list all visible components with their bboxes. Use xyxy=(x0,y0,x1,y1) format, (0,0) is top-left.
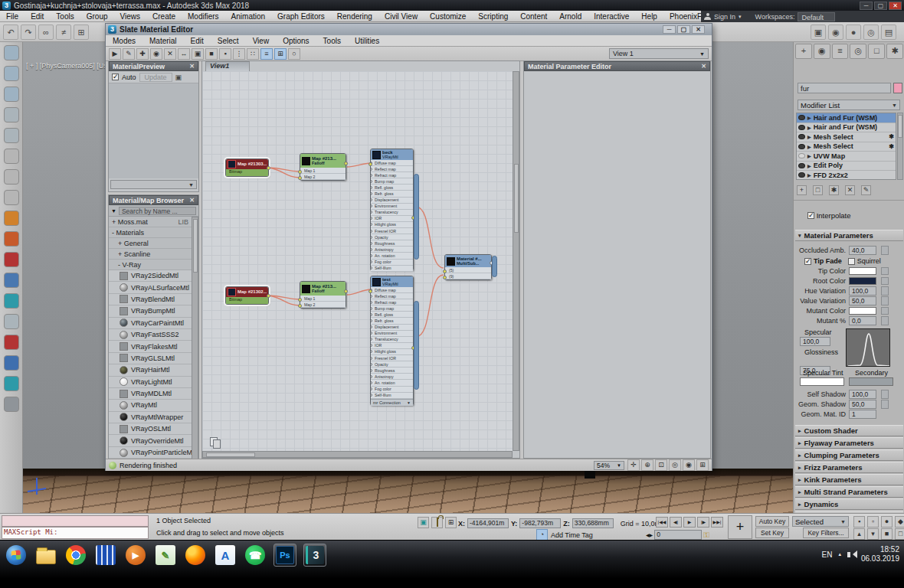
output-socket[interactable] xyxy=(267,166,270,170)
toolbar-icon[interactable]: ↷ xyxy=(21,24,36,40)
menu-item[interactable]: Scripting xyxy=(472,12,514,21)
slate-minimize-button[interactable]: ─ xyxy=(663,25,676,34)
slate-toolbar-icon[interactable]: ▶ xyxy=(109,48,121,60)
input-socket[interactable] xyxy=(371,254,372,257)
toolbar-icon[interactable]: ↶ xyxy=(3,24,18,40)
input-socket[interactable] xyxy=(371,248,372,251)
playback-button[interactable]: ▶ xyxy=(683,517,696,528)
stack-scrollbar[interactable] xyxy=(897,113,903,180)
menu-item[interactable]: Group xyxy=(80,12,114,21)
self-shadow-map-button[interactable] xyxy=(881,390,889,399)
command-tab[interactable]: □ xyxy=(868,44,885,59)
input-socket[interactable] xyxy=(298,176,302,180)
occluded-amb-field[interactable]: 40,0 xyxy=(849,246,876,255)
input-socket[interactable] xyxy=(371,363,372,366)
falloff-node-1[interactable]: Map #213... Falloff Map 1 Map 2 xyxy=(300,153,346,181)
material-list-item[interactable]: VRayMtl xyxy=(109,400,192,411)
z-coordinate-field[interactable]: 330,688mm xyxy=(572,518,614,528)
command-tab[interactable]: + xyxy=(795,44,812,59)
mutant-pct-field[interactable]: 0,0 xyxy=(849,316,876,325)
menu-item[interactable]: Animation xyxy=(225,12,271,21)
menu-item[interactable]: Graph Editors xyxy=(271,12,331,21)
left-toolbar-icon[interactable] xyxy=(4,273,19,288)
material-list-item[interactable]: VRayOSLMtl xyxy=(109,423,192,435)
occluded-map-button[interactable] xyxy=(881,246,889,255)
slate-nav-icon[interactable]: ⊕ xyxy=(641,459,653,471)
slate-maximize-button[interactable]: ▢ xyxy=(677,25,690,34)
toolbar-icon[interactable]: ⊞ xyxy=(74,24,89,40)
bitmap-node-2[interactable]: Map #21302... Bitmap xyxy=(225,286,269,305)
layout-pages-icon[interactable] xyxy=(213,439,221,449)
x-coordinate-field[interactable]: -4164,901m xyxy=(467,518,509,528)
menu-item[interactable]: Modifiers xyxy=(182,12,225,21)
node-view-vscroll[interactable] xyxy=(513,71,519,451)
y-coordinate-field[interactable]: -982,793m xyxy=(519,518,561,528)
sign-in[interactable]: Sign In xyxy=(714,13,735,21)
language-indicator[interactable]: EN xyxy=(822,550,833,559)
visibility-eye-icon[interactable] xyxy=(798,125,805,130)
input-socket[interactable] xyxy=(371,242,372,245)
command-tab[interactable]: ◎ xyxy=(850,44,866,59)
key-filter-dropdown[interactable]: Selected▼ xyxy=(792,516,849,527)
node-view-hscroll[interactable] xyxy=(202,451,513,458)
vraymtl-node-2[interactable]: test VRayMtl Diffuse map xyxy=(370,276,414,406)
slate-menu-item[interactable]: View xyxy=(246,37,277,45)
secondary-swatch[interactable] xyxy=(849,377,893,386)
left-toolbar-icon[interactable] xyxy=(4,107,19,122)
key-mode-icon[interactable]: ⚿ xyxy=(703,531,709,540)
visibility-eye-icon[interactable] xyxy=(798,163,805,168)
modifier-stack-row[interactable]: ▶ Mesh Select ✱ xyxy=(797,142,896,152)
left-toolbar-icon[interactable] xyxy=(4,66,19,81)
browser-group-row[interactable]: - V-Ray xyxy=(109,260,192,270)
selection-lock-icon[interactable] xyxy=(431,517,443,528)
status-icon[interactable]: ● xyxy=(881,516,893,528)
status-icon[interactable]: ▴ xyxy=(853,528,865,540)
visibility-eye-icon[interactable] xyxy=(798,172,805,178)
preview-size-dropdown[interactable]: ▼ xyxy=(110,180,197,189)
material-list-item[interactable]: VRay2SidedMtl xyxy=(109,270,192,282)
stack-tool-icon[interactable]: + xyxy=(797,185,807,195)
specular-curve-graph[interactable] xyxy=(846,328,890,367)
mr-connection-footer[interactable]: mr Connection▼ xyxy=(371,399,413,406)
slate-toolbar-icon[interactable]: ✚ xyxy=(136,48,149,60)
multisub-node[interactable]: Material #... Multi/Sub... (5) (9) xyxy=(444,254,492,280)
modifier-stack-row[interactable]: ▶ Mesh Select ✱ xyxy=(797,132,896,142)
browser-options-icon[interactable]: ▼ xyxy=(111,208,116,214)
expand-arrow-icon[interactable]: ▶ xyxy=(807,172,811,178)
visibility-eye-icon[interactable] xyxy=(798,134,805,139)
left-toolbar-icon[interactable] xyxy=(4,211,19,226)
selection-region-icon[interactable]: ▣ xyxy=(418,517,429,528)
left-toolbar-icon[interactable] xyxy=(4,149,19,164)
material-list-item[interactable]: VRayPointParticleMtl xyxy=(109,447,192,459)
snaps-toggle-button[interactable]: + xyxy=(728,515,752,539)
left-toolbar-icon[interactable] xyxy=(4,355,19,371)
input-socket[interactable] xyxy=(371,211,372,214)
geom-mat-id-field[interactable]: 1 xyxy=(849,410,876,419)
input-socket[interactable] xyxy=(443,276,447,279)
playback-button[interactable]: ◀| xyxy=(670,517,682,528)
input-socket[interactable] xyxy=(371,313,372,316)
hue-variation-field[interactable]: 100,0 xyxy=(849,286,876,296)
input-socket[interactable] xyxy=(371,381,372,384)
self-shadow-field[interactable]: 100,0 xyxy=(849,390,876,399)
node-side-tab[interactable] xyxy=(414,301,419,390)
taskbar-icon[interactable]: ▶ xyxy=(124,544,147,567)
material-list-item[interactable]: VRayMtlWrapper xyxy=(109,412,192,423)
input-socket[interactable] xyxy=(371,198,372,201)
tray-expand-icon[interactable]: ▴ xyxy=(838,551,841,557)
node-canvas[interactable]: Map #21303... Bitmap Map #213... Falloff… xyxy=(202,71,513,452)
vscroll-thumb[interactable] xyxy=(514,164,519,233)
zoom-level-dropdown[interactable]: 54%▼ xyxy=(594,461,624,470)
key-filters-button[interactable]: Key Filters... xyxy=(803,528,849,538)
material-parameters-rollout[interactable]: Material Parameters xyxy=(795,230,903,241)
command-tab[interactable]: ◉ xyxy=(814,44,830,59)
input-socket[interactable] xyxy=(371,394,372,397)
material-list-item[interactable]: VRayOverrideMtl xyxy=(109,435,192,446)
slate-toolbar-icon[interactable]: ≡ xyxy=(260,48,273,60)
input-socket[interactable] xyxy=(371,350,372,353)
stack-tool-icon[interactable]: ✱ xyxy=(829,185,839,195)
volume-icon[interactable] xyxy=(847,552,850,557)
visibility-eye-icon[interactable] xyxy=(798,144,805,149)
rollout-header[interactable]: Clumping Parameters xyxy=(795,449,903,461)
input-socket[interactable] xyxy=(371,344,372,347)
